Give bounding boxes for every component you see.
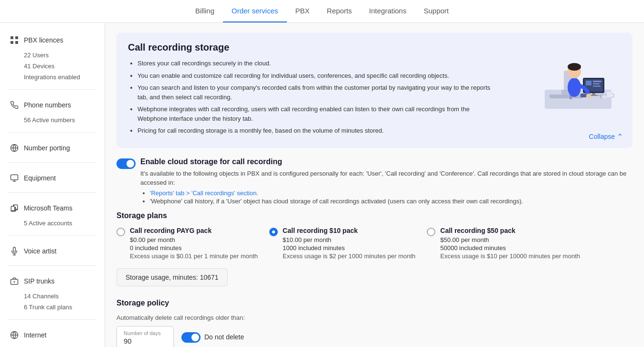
- sidebar-item-pbx-licences[interactable]: PBX licences: [8, 32, 97, 49]
- monitor-icon: [10, 173, 19, 183]
- svg-rect-33: [581, 94, 586, 97]
- sip-icon: [10, 276, 19, 286]
- sidebar-sub-integrations[interactable]: Integrations enabled: [22, 72, 97, 83]
- sidebar-sub-active-numbers[interactable]: 56 Active numbers: [22, 115, 97, 126]
- svg-rect-1: [15, 36, 18, 39]
- plan-50[interactable]: Call recording $50 pack $50.00 per month…: [427, 227, 580, 260]
- plan-10-radio[interactable]: [269, 228, 278, 236]
- do-not-delete-toggle[interactable]: [181, 332, 201, 343]
- nav-integrations[interactable]: Integrations: [360, 0, 415, 22]
- toggle-text: Enable cloud storage for call recording …: [140, 158, 633, 206]
- sidebar-sub-users[interactable]: 22 Users: [22, 50, 97, 61]
- toggle-bullet-2: 'Webphone' call history, if a 'User' obj…: [150, 198, 633, 205]
- top-nav: Billing Order services PBX Reports Integ…: [0, 0, 644, 23]
- main-layout: PBX licences 22 Users 41 Devices Integra…: [0, 23, 644, 347]
- grid-icon: [10, 35, 19, 45]
- sidebar-label-internet: Internet: [24, 331, 46, 339]
- storage-usage-badge: Storage usage, minutes: 10671: [116, 268, 228, 286]
- svg-rect-21: [593, 81, 602, 82]
- sidebar-item-sip-trunks[interactable]: SIP trunks: [8, 273, 97, 290]
- days-label: Number of days: [124, 330, 167, 336]
- banner-bullet-2: You can enable and customize call record…: [137, 71, 500, 81]
- plan-50-details: Call recording $50 pack $50.00 per month…: [440, 227, 580, 260]
- sidebar-item-equipment[interactable]: Equipment: [8, 169, 97, 187]
- sidebar-sub-trunk-call-plans[interactable]: 6 Trunk call plans: [22, 302, 97, 313]
- sidebar-section-microsoft-teams: Microsoft Teams 5 Active accounts: [0, 197, 105, 231]
- plan-50-excess: Excess usage is $10 per 10000 minutes pe…: [440, 252, 580, 260]
- banner-bullets: Stores your call recordings securely in …: [128, 59, 500, 136]
- plan-payg-radio[interactable]: [116, 228, 125, 236]
- sidebar-label-phone-numbers: Phone numbers: [24, 101, 71, 109]
- do-not-delete-slider: [181, 332, 201, 343]
- sidebar-sub-devices[interactable]: 41 Devices: [22, 61, 97, 72]
- plan-payg-excess: Excess usage is $0.01 per 1 minute per m…: [130, 252, 258, 260]
- sidebar-sub-channels[interactable]: 14 Channels: [22, 291, 97, 302]
- sidebar-item-internet[interactable]: Internet: [8, 326, 97, 344]
- sidebar: PBX licences 22 Users 41 Devices Integra…: [0, 23, 105, 347]
- toggle-title: Enable cloud storage for call recording: [140, 158, 633, 166]
- policy-row: Number of days Do not delete: [116, 326, 633, 347]
- storage-plans-title: Storage plans: [116, 211, 633, 220]
- sidebar-label-pbx-licences: PBX licences: [24, 36, 63, 44]
- sidebar-label-microsoft-teams: Microsoft Teams: [24, 204, 73, 212]
- banner-bullet-3: You can search and listen to your compan…: [137, 83, 500, 102]
- plan-payg[interactable]: Call recording PAYG pack $0.00 per month…: [116, 227, 258, 260]
- svg-rect-0: [11, 36, 13, 39]
- banner-illustration: [535, 42, 621, 118]
- cloud-storage-toggle[interactable]: [116, 158, 136, 169]
- svg-rect-32: [607, 92, 612, 97]
- sidebar-item-voice-artist[interactable]: Voice artist: [8, 242, 97, 260]
- storage-policy-title: Storage policy: [116, 299, 633, 307]
- svg-point-30: [586, 94, 591, 98]
- sidebar-sub-active-accounts[interactable]: 5 Active accounts: [22, 218, 97, 229]
- sidebar-section-internet: Internet: [0, 324, 105, 346]
- banner-bullet-1: Stores your call recordings securely in …: [137, 59, 500, 68]
- reports-link[interactable]: 'Reports' tab > 'Call recordings' sectio…: [150, 189, 258, 197]
- storage-policy-desc: Automatically delete call recordings old…: [116, 314, 633, 321]
- internet-icon: [10, 330, 19, 340]
- plan-payg-minutes: 0 included minutes: [130, 244, 258, 252]
- days-input[interactable]: [124, 337, 162, 345]
- mic-icon: [10, 246, 19, 256]
- do-not-delete-row: Do not delete: [181, 331, 244, 343]
- phone-icon: [10, 100, 19, 110]
- plan-10[interactable]: Call recording $10 pack $10.00 per month…: [269, 227, 415, 260]
- svg-rect-3: [15, 41, 18, 44]
- banner-title: Call recording storage: [128, 42, 500, 53]
- globe-icon: [10, 143, 19, 153]
- svg-rect-5: [11, 175, 18, 180]
- sidebar-item-microsoft-teams[interactable]: Microsoft Teams: [8, 200, 97, 217]
- nav-reports[interactable]: Reports: [318, 0, 361, 22]
- nav-pbx[interactable]: PBX: [287, 0, 318, 22]
- sidebar-label-equipment: Equipment: [24, 174, 56, 182]
- sidebar-section-sip-trunks: SIP trunks 14 Channels 6 Trunk call plan…: [0, 270, 105, 315]
- svg-rect-2: [11, 41, 13, 44]
- plan-payg-name: Call recording PAYG pack: [130, 227, 258, 234]
- svg-rect-22: [593, 83, 600, 84]
- nav-support[interactable]: Support: [415, 0, 457, 22]
- plan-50-minutes: 50000 included minutes: [440, 244, 580, 252]
- do-not-delete-label: Do not delete: [204, 333, 244, 341]
- plan-payg-details: Call recording PAYG pack $0.00 per month…: [130, 227, 258, 260]
- plan-10-details: Call recording $10 pack $10.00 per month…: [283, 227, 415, 260]
- nav-billing[interactable]: Billing: [187, 0, 223, 22]
- toggle-bullet-1: 'Reports' tab > 'Call recordings' sectio…: [150, 189, 633, 197]
- collapse-button[interactable]: Collapse ⌃: [589, 132, 623, 141]
- sidebar-section-phone-numbers: Phone numbers 56 Active numbers: [0, 94, 105, 128]
- plan-50-radio[interactable]: [427, 228, 435, 236]
- sidebar-sub-pbx: 22 Users 41 Devices Integrations enabled: [8, 49, 97, 84]
- sidebar-sub-sip: 14 Channels 6 Trunk call plans: [8, 290, 97, 314]
- teams-icon: [10, 203, 19, 213]
- svg-rect-20: [586, 81, 591, 85]
- sidebar-item-number-porting[interactable]: Number porting: [8, 139, 97, 157]
- collapse-label: Collapse: [589, 133, 615, 140]
- sidebar-label-voice-artist: Voice artist: [24, 247, 56, 255]
- sidebar-item-phone-numbers[interactable]: Phone numbers: [8, 96, 97, 114]
- nav-order-services[interactable]: Order services: [223, 0, 287, 22]
- banner-text: Call recording storage Stores your call …: [128, 42, 500, 138]
- sidebar-sub-teams: 5 Active accounts: [8, 217, 97, 230]
- banner-bullet-5: Pricing for call recording storage is a …: [137, 126, 500, 136]
- toggle-bullets: 'Reports' tab > 'Call recordings' sectio…: [140, 189, 633, 205]
- plans-row: Call recording PAYG pack $0.00 per month…: [116, 227, 633, 260]
- sidebar-section-number-porting: Number porting: [0, 137, 105, 158]
